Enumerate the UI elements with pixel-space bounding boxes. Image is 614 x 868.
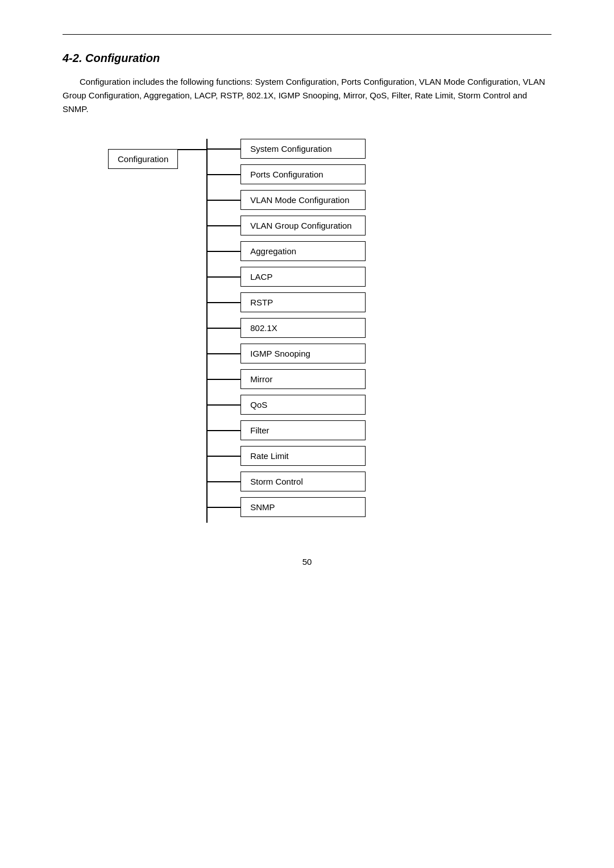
branch-row: QoS xyxy=(208,395,366,415)
menu-item-vlan-mode-configuration[interactable]: VLAN Mode Configuration xyxy=(240,190,366,210)
page-number: 50 xyxy=(63,557,551,567)
branch-h-line xyxy=(208,353,240,354)
branch-h-line xyxy=(208,200,240,201)
menu-item-rate-limit[interactable]: Rate Limit xyxy=(240,446,366,466)
branch-h-line xyxy=(208,404,240,406)
branch-row: System Configuration xyxy=(208,139,366,159)
branch-row: Storm Control xyxy=(208,472,366,491)
branch-row: VLAN Group Configuration xyxy=(208,216,366,235)
branch-h-line xyxy=(208,302,240,303)
menu-item-vlan-group-configuration[interactable]: VLAN Group Configuration xyxy=(240,216,366,235)
branch-h-line xyxy=(208,456,240,457)
branch-h-line xyxy=(208,507,240,508)
menu-item-mirror[interactable]: Mirror xyxy=(240,369,366,389)
branch-row: IGMP Snooping xyxy=(208,344,366,363)
menu-item-lacp[interactable]: LACP xyxy=(240,267,366,287)
branch-row: RSTP xyxy=(208,292,366,312)
branch-h-line xyxy=(208,430,240,431)
branch-h-line xyxy=(208,276,240,278)
root-node: Configuration xyxy=(108,149,178,169)
branch-h-line xyxy=(208,481,240,482)
menu-item-system-configuration[interactable]: System Configuration xyxy=(240,139,366,159)
branch-row: Filter xyxy=(208,420,366,440)
branch-row: LACP xyxy=(208,267,366,287)
branch-row: VLAN Mode Configuration xyxy=(208,190,366,210)
menu-item-802.1x[interactable]: 802.1X xyxy=(240,318,366,338)
branch-row: Mirror xyxy=(208,369,366,389)
branch-h-line xyxy=(208,225,240,226)
menu-item-igmp-snooping[interactable]: IGMP Snooping xyxy=(240,344,366,363)
branch-row: Aggregation xyxy=(208,241,366,261)
tree-diagram: Configuration System ConfigurationPorts … xyxy=(108,139,551,523)
menu-item-qos[interactable]: QoS xyxy=(240,395,366,415)
branch-h-line xyxy=(208,379,240,380)
section-title: 4-2. Configuration xyxy=(63,52,551,65)
branch-h-line xyxy=(208,251,240,252)
branch-row: Rate Limit xyxy=(208,446,366,466)
menu-item-rstp[interactable]: RSTP xyxy=(240,292,366,312)
page-content: 4-2. Configuration Configuration include… xyxy=(63,0,551,612)
intro-paragraph: Configuration includes the following fun… xyxy=(63,75,551,116)
top-rule xyxy=(63,34,551,35)
menu-tree: System ConfigurationPorts ConfigurationV… xyxy=(208,139,366,523)
menu-item-storm-control[interactable]: Storm Control xyxy=(240,472,366,491)
menu-item-snmp[interactable]: SNMP xyxy=(240,497,366,517)
menu-item-aggregation[interactable]: Aggregation xyxy=(240,241,366,261)
menu-item-filter[interactable]: Filter xyxy=(240,420,366,440)
branch-row: SNMP xyxy=(208,497,366,517)
branch-h-line xyxy=(208,174,240,175)
branch-h-line xyxy=(208,328,240,329)
branch-row: Ports Configuration xyxy=(208,164,366,184)
menu-item-ports-configuration[interactable]: Ports Configuration xyxy=(240,164,366,184)
branch-h-line xyxy=(208,148,240,150)
branch-row: 802.1X xyxy=(208,318,366,338)
